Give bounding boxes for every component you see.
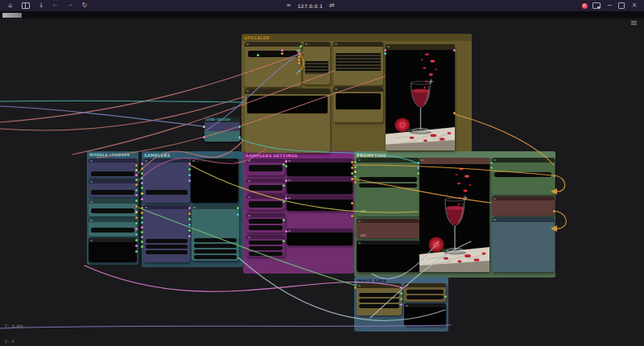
port[interactable]	[283, 200, 285, 203]
widget-bar[interactable]	[249, 219, 283, 224]
port[interactable]	[281, 49, 283, 51]
widget-bar[interactable]	[494, 172, 551, 177]
node-sampler-advanced[interactable]	[192, 205, 239, 261]
node-clip-loader[interactable]	[89, 218, 137, 237]
node-conditioning[interactable]	[492, 196, 555, 216]
node-setting-4[interactable]	[246, 213, 285, 233]
port[interactable]	[188, 174, 191, 176]
port[interactable]	[135, 189, 138, 192]
port[interactable]	[141, 216, 143, 219]
port[interactable]	[135, 250, 138, 253]
port[interactable]	[141, 212, 143, 214]
tune-icon[interactable]: ⇄	[329, 0, 335, 11]
maximize-button[interactable]	[618, 2, 625, 9]
port[interactable]	[135, 233, 138, 236]
node-upscale-small[interactable]	[303, 42, 330, 84]
port[interactable]	[141, 163, 143, 165]
port[interactable]	[384, 52, 386, 55]
port[interactable]	[141, 236, 143, 238]
port[interactable]	[553, 175, 555, 177]
port[interactable]	[135, 164, 138, 167]
node-positive-prompt[interactable]: VAE	[357, 158, 419, 216]
port[interactable]	[444, 295, 447, 298]
widget-bar[interactable]	[249, 246, 283, 250]
split-view-icon[interactable]	[22, 2, 30, 9]
address-bar[interactable]: ∞ 127.0.0.1 ⇄	[286, 0, 335, 11]
widget-bar[interactable]	[91, 171, 134, 176]
port[interactable]	[141, 207, 143, 209]
account-avatar[interactable]	[582, 3, 588, 9]
port[interactable]	[283, 240, 285, 242]
port[interactable]	[298, 59, 300, 61]
port[interactable]	[351, 178, 353, 180]
port[interactable]	[351, 161, 353, 163]
port[interactable]	[298, 56, 300, 58]
port[interactable]	[354, 171, 357, 173]
port[interactable]	[237, 213, 239, 216]
node-vae-decode[interactable]: VAE Decode	[204, 117, 240, 142]
port[interactable]	[141, 182, 143, 184]
node-lora-loader[interactable]	[89, 179, 137, 197]
widget-bar[interactable]	[249, 165, 283, 171]
widget-bar[interactable]	[194, 255, 237, 259]
port[interactable]	[354, 286, 357, 289]
widget-bar[interactable]	[146, 239, 188, 243]
widget-bar[interactable]	[249, 252, 283, 256]
node-preview-image-empty[interactable]	[191, 159, 238, 203]
port[interactable]	[351, 202, 353, 204]
port[interactable]	[141, 192, 143, 195]
port[interactable]	[135, 183, 138, 186]
port[interactable]	[283, 219, 285, 221]
node-setting-3[interactable]	[246, 195, 285, 210]
widget-bar[interactable]	[359, 293, 399, 297]
url-text[interactable]: 127.0.0.1	[298, 3, 323, 9]
port[interactable]	[141, 245, 143, 248]
port[interactable]	[453, 49, 456, 51]
port[interactable]	[141, 187, 143, 189]
port[interactable]	[237, 207, 239, 209]
port[interactable]	[453, 112, 456, 114]
port[interactable]	[135, 169, 138, 171]
port[interactable]	[141, 231, 143, 233]
port[interactable]	[141, 221, 143, 224]
node-upscale-settings[interactable]	[333, 42, 383, 85]
widget-bar[interactable]	[248, 51, 298, 57]
widget-bar[interactable]	[146, 190, 188, 195]
port[interactable]	[188, 179, 191, 182]
port[interactable]	[135, 174, 138, 176]
forward-icon[interactable]: →	[63, 0, 77, 11]
port[interactable]	[188, 224, 191, 226]
reload-icon[interactable]: ↻	[77, 0, 92, 11]
node-clip-encode[interactable]	[492, 158, 555, 195]
widget-bar[interactable]	[359, 304, 399, 308]
port[interactable]	[417, 172, 419, 175]
text-area[interactable]	[247, 96, 328, 113]
download-icon[interactable]: ↓	[34, 0, 48, 11]
node-guider-3[interactable]	[287, 196, 353, 211]
node-checkpoint-loader[interactable]	[89, 159, 137, 178]
port[interactable]	[135, 245, 138, 247]
node-upscale-text2[interactable]	[333, 87, 383, 122]
port[interactable]	[135, 200, 138, 202]
widget-bar[interactable]	[91, 228, 134, 233]
node-upscale-text[interactable]	[245, 89, 330, 153]
node-guider-4[interactable]	[287, 229, 353, 245]
port[interactable]	[400, 292, 402, 295]
port[interactable]	[384, 49, 386, 51]
port[interactable]	[135, 179, 138, 181]
port[interactable]	[351, 172, 353, 175]
port[interactable]	[135, 228, 138, 230]
node-save-note[interactable]	[404, 303, 446, 326]
port[interactable]	[400, 303, 402, 306]
port[interactable]	[141, 177, 143, 179]
widget-bar[interactable]	[91, 190, 134, 195]
node-prompt-text[interactable]	[357, 241, 419, 272]
port[interactable]	[354, 175, 357, 178]
node-preview-image-final[interactable]	[419, 158, 489, 272]
port[interactable]	[298, 49, 300, 51]
widget-bar[interactable]	[249, 241, 283, 245]
pip-icon[interactable]	[592, 2, 601, 9]
node-setting-1[interactable]	[246, 159, 285, 175]
port[interactable]	[490, 167, 493, 169]
text-area[interactable]	[336, 93, 381, 109]
